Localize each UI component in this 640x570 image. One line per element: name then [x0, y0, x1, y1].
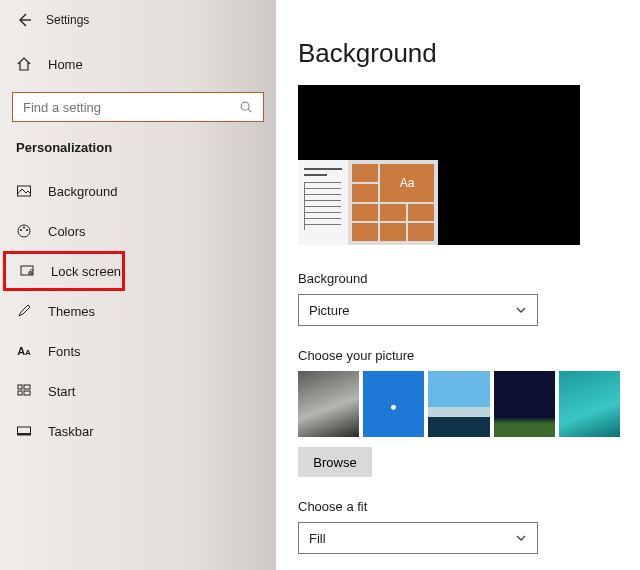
fit-select-value: Fill [309, 531, 326, 546]
fonts-icon: AA [16, 343, 32, 359]
home-icon [16, 56, 32, 72]
chevron-down-icon [515, 532, 527, 544]
sidebar-list: Background Colors Lock screen Themes AA … [0, 171, 276, 451]
chevron-down-icon [515, 304, 527, 316]
svg-rect-7 [29, 272, 32, 274]
sidebar-item-fonts[interactable]: AA Fonts [0, 331, 276, 371]
sidebar-item-label: Colors [48, 224, 86, 239]
home-button[interactable]: Home [0, 50, 276, 78]
background-select[interactable]: Picture [298, 294, 538, 326]
svg-rect-8 [18, 385, 22, 389]
main-panel: Background Aa Background Picture Cho [276, 0, 640, 570]
sidebar-item-taskbar[interactable]: Taskbar [0, 411, 276, 451]
brush-icon [16, 303, 32, 319]
header: Settings [0, 12, 276, 28]
browse-button[interactable]: Browse [298, 447, 372, 477]
preview-desktop: Aa [298, 160, 438, 245]
preview-window [298, 160, 348, 245]
svg-rect-9 [24, 385, 30, 389]
svg-rect-11 [24, 391, 30, 395]
preview-tile-aa: Aa [380, 164, 434, 202]
back-icon[interactable] [16, 12, 32, 28]
search-container [12, 92, 264, 122]
sidebar-item-label: Taskbar [48, 424, 94, 439]
sidebar-item-colors[interactable]: Colors [0, 211, 276, 251]
svg-rect-10 [18, 391, 22, 395]
sidebar-item-label: Start [48, 384, 75, 399]
window-title: Settings [46, 13, 89, 27]
picture-thumb-1[interactable] [298, 371, 359, 437]
background-select-value: Picture [309, 303, 349, 318]
sidebar-item-label: Background [48, 184, 117, 199]
picture-thumbnails [298, 371, 620, 437]
lockscreen-icon [19, 263, 35, 279]
choose-picture-label: Choose your picture [298, 348, 620, 363]
search-input[interactable] [12, 92, 264, 122]
sidebar-item-label: Lock screen [51, 264, 121, 279]
search-field[interactable] [23, 100, 223, 115]
sidebar-item-lockscreen-highlight: Lock screen [0, 251, 276, 291]
svg-point-5 [26, 229, 28, 231]
start-icon [16, 383, 32, 399]
sidebar-item-themes[interactable]: Themes [0, 291, 276, 331]
svg-point-4 [23, 227, 25, 229]
svg-point-0 [241, 102, 249, 110]
sidebar-item-background[interactable]: Background [0, 171, 276, 211]
picture-thumb-3[interactable] [428, 371, 489, 437]
picture-icon [16, 183, 32, 199]
sidebar-item-label: Themes [48, 304, 95, 319]
background-label: Background [298, 271, 620, 286]
picture-thumb-5[interactable] [559, 371, 620, 437]
picture-thumb-2[interactable] [363, 371, 424, 437]
search-icon [239, 100, 253, 114]
sidebar-item-lockscreen[interactable]: Lock screen [3, 251, 125, 291]
sidebar-item-start[interactable]: Start [0, 371, 276, 411]
picture-thumb-4[interactable] [494, 371, 555, 437]
taskbar-icon [16, 423, 32, 439]
preview-tiles: Aa [348, 160, 438, 245]
home-label: Home [48, 57, 83, 72]
svg-rect-13 [18, 433, 31, 435]
sidebar-item-label: Fonts [48, 344, 81, 359]
page-title: Background [298, 38, 620, 69]
fit-select[interactable]: Fill [298, 522, 538, 554]
svg-point-3 [20, 229, 22, 231]
background-preview: Aa [298, 85, 580, 245]
palette-icon [16, 223, 32, 239]
category-title: Personalization [0, 140, 276, 155]
sidebar: Settings Home Personalization Background… [0, 0, 276, 570]
choose-fit-label: Choose a fit [298, 499, 620, 514]
